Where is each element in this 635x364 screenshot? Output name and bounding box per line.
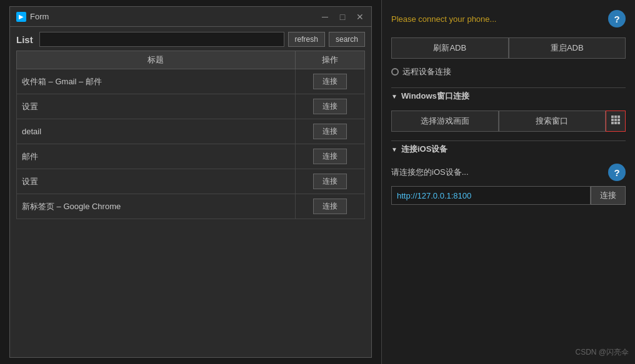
ios-connect-button[interactable]: 连接 [591, 186, 626, 205]
row-title: 设置 [17, 169, 296, 194]
ios-status-row: 请连接您的iOS设备... ? [391, 164, 626, 181]
connect-button[interactable]: 连接 [313, 99, 347, 114]
row-action-cell: 连接 [295, 144, 364, 169]
ios-section-title: 连接iOS设备 [401, 144, 448, 155]
row-action-cell: 连接 [295, 119, 364, 144]
table-row: detail连接 [17, 119, 365, 144]
connect-button[interactable]: 连接 [313, 74, 347, 89]
row-title: 新标签页 – Google Chrome [17, 194, 296, 219]
search-window-button[interactable]: 搜索窗口 [499, 111, 606, 132]
table-row: 邮件连接 [17, 144, 365, 169]
grid-icon [611, 116, 620, 124]
window-title: Form [30, 12, 49, 21]
help-button[interactable]: ? [608, 10, 626, 27]
adb-buttons: 刷新ADB 重启ADB [391, 37, 626, 59]
remote-connect-row: 远程设备连接 [391, 65, 626, 79]
windows-section-header: ▼ Windows窗口连接 [391, 87, 626, 104]
connect-button[interactable]: 连接 [313, 174, 347, 189]
right-panel: Please connect your phone... ? 刷新ADB 重启A… [381, 0, 635, 364]
ios-input-row: 连接 [391, 186, 626, 205]
toolbar: List refresh search [16, 32, 365, 47]
refresh-adb-button[interactable]: 刷新ADB [391, 37, 509, 59]
form-window: ▶ Form ─ □ ✕ List refresh search [9, 6, 372, 358]
table-row: 设置连接 [17, 94, 365, 119]
table-row: 设置连接 [17, 169, 365, 194]
row-action-cell: 连接 [295, 194, 364, 219]
ios-help-button[interactable]: ? [608, 164, 626, 181]
window-content: List refresh search 标题 操作 收件箱 – Gmail – … [10, 27, 371, 224]
watermark: CSDN @闪亮伞 [575, 347, 629, 358]
search-input[interactable] [39, 32, 284, 47]
windows-section-title: Windows窗口连接 [401, 91, 469, 102]
connect-button[interactable]: 连接 [313, 124, 347, 139]
row-title: detail [17, 119, 296, 144]
table-body: 收件箱 – Gmail – 邮件连接设置连接detail连接邮件连接设置连接新标… [17, 69, 365, 219]
search-button[interactable]: search [329, 32, 365, 47]
ios-status-text: 请连接您的iOS设备... [391, 167, 469, 178]
row-title: 设置 [17, 94, 296, 119]
title-bar-left: ▶ Form [16, 12, 49, 22]
title-bar: ▶ Form ─ □ ✕ [10, 7, 371, 27]
table-row: 收件箱 – Gmail – 邮件连接 [17, 69, 365, 94]
table-row: 新标签页 – Google Chrome连接 [17, 194, 365, 219]
list-label: List [16, 34, 33, 45]
table-header-row: 标题 操作 [17, 51, 365, 69]
refresh-button[interactable]: refresh [288, 32, 325, 47]
row-action-cell: 连接 [295, 169, 364, 194]
connect-status-text: Please connect your phone... [391, 14, 496, 24]
left-panel: ▶ Form ─ □ ✕ List refresh search [0, 0, 381, 364]
remote-connect-label: 远程设备连接 [402, 66, 451, 77]
ios-url-input[interactable] [391, 186, 591, 205]
restart-adb-button[interactable]: 重启ADB [509, 37, 626, 59]
triangle-icon: ▼ [391, 93, 398, 100]
title-bar-controls: ─ □ ✕ [320, 12, 365, 22]
minimize-button[interactable]: ─ [320, 12, 330, 22]
row-title: 收件箱 – Gmail – 邮件 [17, 69, 296, 94]
maximize-button[interactable]: □ [338, 12, 348, 22]
window-connect-buttons: 选择游戏画面 搜索窗口 [391, 111, 626, 132]
list-table: 标题 操作 收件箱 – Gmail – 邮件连接设置连接detail连接邮件连接… [16, 51, 365, 219]
select-game-button[interactable]: 选择游戏画面 [391, 111, 499, 132]
row-action-cell: 连接 [295, 69, 364, 94]
row-action-cell: 连接 [295, 94, 364, 119]
grid-icon-button[interactable] [606, 111, 626, 132]
app-icon: ▶ [16, 12, 26, 22]
close-button[interactable]: ✕ [355, 12, 365, 22]
connect-button[interactable]: 连接 [313, 149, 347, 164]
connect-status-row: Please connect your phone... ? [391, 6, 626, 31]
column-title: 标题 [17, 51, 296, 69]
ios-triangle-icon: ▼ [391, 146, 398, 153]
ios-section: 请连接您的iOS设备... ? 连接 [391, 164, 626, 205]
column-action: 操作 [295, 51, 364, 69]
connect-button[interactable]: 连接 [313, 199, 347, 214]
ios-section-header: ▼ 连接iOS设备 [391, 140, 626, 157]
remote-radio[interactable] [391, 68, 399, 76]
row-title: 邮件 [17, 144, 296, 169]
